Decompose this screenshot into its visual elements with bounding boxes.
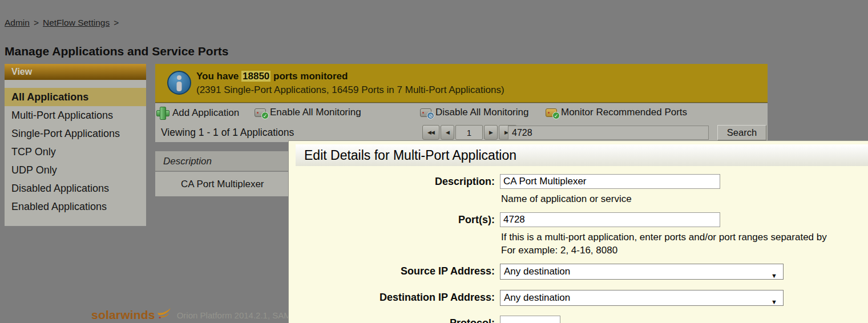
breadcrumb-separator: > — [114, 18, 119, 27]
edit-details-dialog: Edit Details for Multi-Port Application … — [288, 140, 868, 323]
source-ip-label: Source IP Address: — [289, 265, 495, 277]
source-ip-select[interactable]: Any destination ▼ — [500, 264, 784, 280]
ports-monitored-banner: You have 18850 ports monitored (2391 Sin… — [155, 64, 768, 103]
destination-ip-label: Destination IP Address: — [289, 292, 495, 304]
ports-input[interactable] — [500, 212, 720, 227]
sidebar-item-multi-port-applications[interactable]: Multi-Port Applications — [5, 106, 146, 124]
banner-headline: You have 18850 ports monitored — [196, 71, 348, 82]
device-block-icon: ⊘ — [420, 108, 431, 117]
disable-all-monitoring-label: Disable All Monitoring — [435, 107, 528, 118]
add-application-button[interactable]: Add Application — [156, 107, 239, 119]
enable-all-monitoring-button[interactable]: ✓ Enable All Monitoring — [255, 107, 361, 118]
source-ip-selected-value: Any destination — [504, 266, 570, 277]
banner-suffix: ports monitored — [271, 71, 348, 82]
sidebar-item-enabled-applications[interactable]: Enabled Applications — [5, 197, 146, 216]
protocol-input[interactable] — [500, 316, 560, 323]
search-button[interactable]: Search — [717, 125, 766, 140]
solarwinds-logo: solarwinds — [91, 308, 155, 322]
breadcrumb-separator: > — [34, 18, 39, 27]
solarwinds-swoosh-icon — [156, 308, 171, 319]
banner-detail: (2391 Single-Port Applications, 16459 Po… — [196, 84, 504, 96]
info-icon — [167, 71, 191, 95]
breadcrumb-link-netflow-settings[interactable]: NetFlow Settings — [43, 18, 110, 27]
dialog-title: Edit Details for Multi-Port Application — [296, 144, 868, 166]
description-help-text: Name of application or service — [501, 193, 632, 205]
page-number-input[interactable] — [455, 125, 483, 140]
next-page-button[interactable]: ▶ — [484, 125, 498, 140]
sidebar-item-disabled-applications[interactable]: Disabled Applications — [5, 179, 146, 197]
breadcrumb-link-admin[interactable]: Admin — [5, 18, 30, 27]
device-check-icon: ✓ — [255, 108, 266, 117]
screen: Admin>NetFlow Settings> Manage Applicati… — [0, 0, 868, 323]
disable-all-monitoring-button[interactable]: ⊘ Disable All Monitoring — [420, 107, 528, 118]
destination-ip-select[interactable]: Any destination ▼ — [500, 290, 784, 306]
pagination: ◀◀ ◀ ▶ ▶▶ — [422, 125, 517, 140]
sidebar-item-all-applications[interactable]: All Applications — [5, 88, 146, 106]
protocol-label: Protocol: — [289, 317, 495, 323]
sidebar-item-tcp-only[interactable]: TCP Only — [5, 143, 146, 161]
page-title: Manage Applications and Service Ports — [5, 45, 229, 58]
enable-all-monitoring-label: Enable All Monitoring — [270, 107, 361, 118]
add-application-label: Add Application — [172, 107, 239, 119]
sidebar: All Applications Multi-Port Applications… — [5, 80, 146, 226]
sidebar-item-udp-only[interactable]: UDP Only — [5, 161, 146, 179]
description-input[interactable] — [500, 174, 720, 189]
description-label: Description: — [289, 176, 495, 188]
banner-prefix: You have — [196, 71, 241, 82]
monitor-recommended-ports-label: Monitor Recommended Ports — [561, 107, 687, 118]
chevron-down-icon: ▼ — [771, 268, 777, 283]
monitor-recommended-ports-button[interactable]: ✓ Monitor Recommended Ports — [546, 107, 687, 118]
ports-help-text-line2: For example: 2, 4-16, 8080 — [501, 245, 617, 256]
device-recommended-icon: ✓ — [546, 108, 557, 117]
search-input[interactable] — [508, 126, 709, 140]
toolbar: Add Application ✓ Enable All Monitoring … — [155, 103, 768, 123]
viewing-count-text: Viewing 1 - 1 of 1 Applications — [161, 127, 294, 139]
banner-count-highlight: 18850 — [241, 71, 271, 82]
listing-controls-row: Viewing 1 - 1 of 1 Applications ◀◀ ◀ ▶ ▶… — [155, 123, 768, 142]
ports-label: Port(s): — [289, 214, 495, 226]
sidebar-item-single-port-applications[interactable]: Single-Port Applications — [5, 124, 146, 143]
chevron-down-icon: ▼ — [771, 294, 777, 309]
breadcrumb: Admin>NetFlow Settings> — [5, 18, 123, 28]
footer: solarwinds Orion Platform 2014.2.1, SAM — [91, 308, 291, 322]
sidebar-view-header: View — [5, 64, 146, 80]
previous-page-button[interactable]: ◀ — [441, 125, 454, 140]
first-page-button[interactable]: ◀◀ — [422, 125, 439, 140]
plus-icon — [156, 107, 168, 119]
ports-help-text-line1: If this is a multi-port application, ent… — [501, 232, 827, 243]
destination-ip-selected-value: Any destination — [504, 292, 570, 303]
platform-version-text: Orion Platform 2014.2.1, SAM — [177, 310, 291, 320]
